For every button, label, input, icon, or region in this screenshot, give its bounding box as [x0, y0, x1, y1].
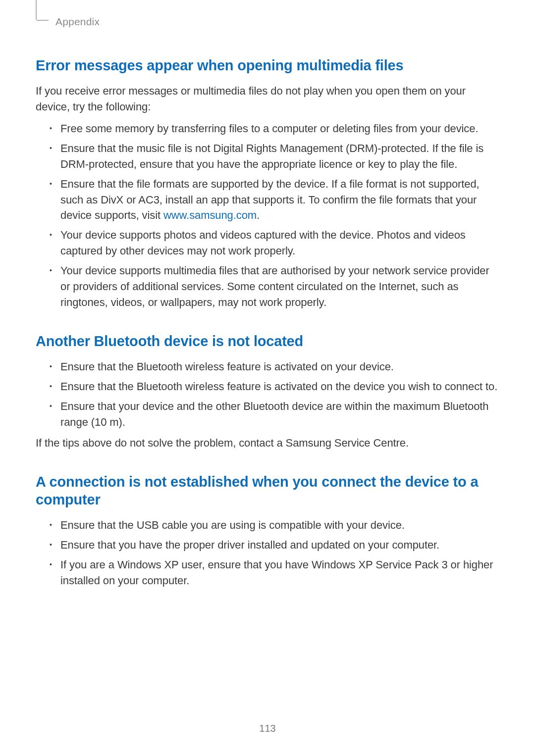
- link-samsung[interactable]: www.samsung.com: [163, 209, 257, 221]
- bullet-list: Ensure that the USB cable you are using …: [36, 517, 499, 589]
- list-item-text: Ensure that your device and the other Bl…: [60, 400, 488, 428]
- closing-text: If the tips above do not solve the probl…: [36, 435, 499, 451]
- page-content: Appendix Error messages appear when open…: [0, 0, 535, 589]
- list-item: Ensure that the file formats are support…: [50, 176, 499, 224]
- list-item-text: Ensure that the music file is not Digita…: [60, 142, 483, 170]
- list-item: Free some memory by transferring files t…: [50, 121, 499, 137]
- list-item-text: Your device supports photos and videos c…: [60, 229, 466, 257]
- list-item-text: If you are a Windows XP user, ensure tha…: [60, 558, 493, 587]
- list-item: Ensure that the Bluetooth wireless featu…: [50, 359, 499, 375]
- page-header: Appendix: [36, 19, 499, 28]
- list-item-text: Your device supports multimedia files th…: [60, 264, 489, 308]
- list-item: Ensure that the USB cable you are using …: [50, 517, 499, 533]
- list-item-text: Ensure that the Bluetooth wireless featu…: [60, 360, 394, 373]
- header-tab-mark: [36, 19, 49, 21]
- section-connection: A connection is not established when you…: [36, 473, 499, 589]
- list-item-text-post: .: [257, 209, 260, 221]
- section-error-messages: Error messages appear when opening multi…: [36, 56, 499, 310]
- list-item: Ensure that your device and the other Bl…: [50, 399, 499, 430]
- bullet-list: Free some memory by transferring files t…: [36, 121, 499, 310]
- list-item: Your device supports multimedia files th…: [50, 263, 499, 310]
- list-item-text: Ensure that you have the proper driver i…: [60, 539, 439, 551]
- section-label: Appendix: [55, 16, 100, 28]
- list-item-text: Ensure that the Bluetooth wireless featu…: [60, 380, 497, 393]
- section-bluetooth: Another Bluetooth device is not located …: [36, 332, 499, 451]
- list-item: If you are a Windows XP user, ensure tha…: [50, 557, 499, 589]
- list-item: Your device supports photos and videos c…: [50, 227, 499, 259]
- heading-connection: A connection is not established when you…: [36, 473, 499, 509]
- heading-bluetooth: Another Bluetooth device is not located: [36, 332, 499, 350]
- bullet-list: Ensure that the Bluetooth wireless featu…: [36, 359, 499, 430]
- list-item: Ensure that the Bluetooth wireless featu…: [50, 379, 499, 395]
- page-number: 113: [0, 723, 535, 734]
- list-item: Ensure that you have the proper driver i…: [50, 537, 499, 553]
- intro-text: If you receive error messages or multime…: [36, 83, 499, 115]
- list-item-text-pre: Ensure that the file formats are support…: [60, 178, 480, 222]
- list-item-text: Free some memory by transferring files t…: [60, 122, 478, 135]
- list-item: Ensure that the music file is not Digita…: [50, 141, 499, 172]
- heading-error-messages: Error messages appear when opening multi…: [36, 56, 499, 74]
- list-item-text: Ensure that the USB cable you are using …: [60, 519, 405, 531]
